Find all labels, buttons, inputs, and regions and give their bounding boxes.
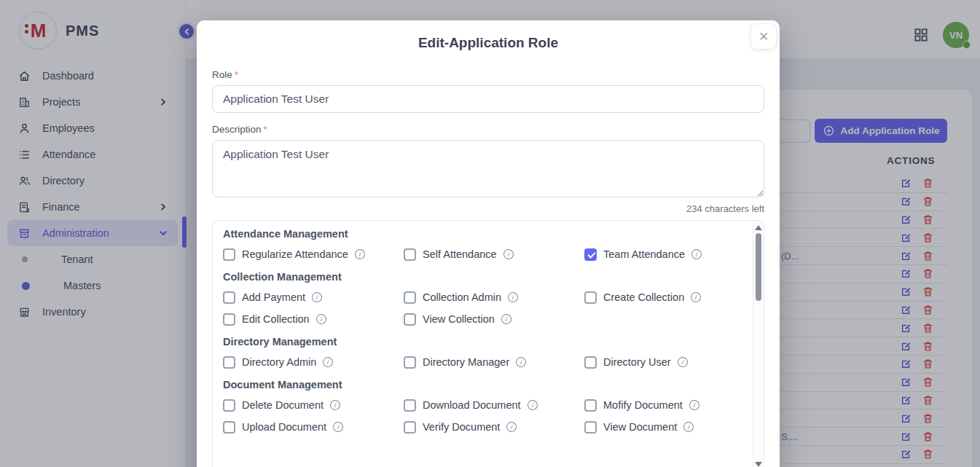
permission-item: Self Attendancei	[404, 246, 584, 262]
info-icon[interactable]: i	[515, 356, 528, 369]
characters-left-counter: 234 characters left	[212, 203, 764, 214]
info-icon[interactable]: i	[691, 248, 703, 261]
permission-checkbox[interactable]	[404, 421, 416, 433]
permission-checkbox[interactable]	[584, 356, 597, 369]
permission-checkbox[interactable]	[404, 313, 416, 326]
permission-item: Regularize Attendancei	[223, 246, 404, 262]
required-asterisk: *	[235, 69, 238, 80]
permission-item: Upload Documenti	[223, 419, 404, 435]
permission-checkbox[interactable]	[404, 291, 416, 304]
scroll-down-arrow-icon[interactable]	[755, 462, 762, 467]
info-icon[interactable]: i	[506, 421, 518, 433]
permission-label: View Document	[603, 421, 677, 433]
permission-label: Directory User	[603, 356, 671, 368]
permission-label: Regularize Attendance	[242, 248, 348, 260]
permission-grid: Add PaymentiCollection AdminiCreate Coll…	[223, 289, 742, 327]
permission-label: Mofify Document	[603, 399, 683, 411]
info-icon[interactable]: i	[502, 248, 514, 261]
permission-label: Self Attendance	[423, 248, 497, 260]
permission-section-title: Document Management	[223, 379, 742, 391]
permission-grid: Directory AdminiDirectory ManageriDirect…	[223, 354, 742, 370]
permissions-panel: Attendance ManagementRegularize Attendan…	[212, 220, 764, 467]
permission-checkbox[interactable]	[223, 421, 235, 433]
permission-label: Add Payment	[242, 291, 305, 303]
permission-grid: Delete DocumentiDownload DocumentiMofify…	[223, 397, 742, 435]
permission-label: Verify Document	[423, 421, 500, 433]
info-icon[interactable]: i	[322, 356, 334, 369]
permission-label: Directory Manager	[423, 356, 509, 368]
permission-checkbox[interactable]	[404, 248, 416, 261]
info-icon[interactable]: i	[683, 421, 695, 433]
info-icon[interactable]: i	[688, 399, 700, 412]
permission-item: Edit Collectioni	[223, 311, 404, 327]
screen: M PMS DashboardProjectsEmployeesAttendan…	[0, 0, 980, 467]
info-icon[interactable]: i	[311, 291, 324, 304]
close-modal-button[interactable]: ✕	[751, 24, 776, 49]
permission-section-title: Attendance Management	[223, 228, 742, 240]
permission-grid: Regularize AttendanceiSelf AttendanceiTe…	[223, 246, 742, 262]
permission-label: Directory Admin	[242, 356, 316, 368]
permission-label: View Collection	[423, 313, 495, 325]
permission-item: Create Collectioni	[584, 289, 764, 305]
info-icon[interactable]: i	[690, 291, 702, 304]
info-icon[interactable]: i	[507, 291, 520, 304]
required-asterisk: *	[264, 124, 267, 135]
permission-checkbox[interactable]	[584, 248, 597, 261]
permission-item: Team Attendancei	[584, 246, 764, 262]
permission-checkbox[interactable]	[223, 248, 235, 261]
permission-item: Verify Documenti	[404, 419, 584, 435]
permission-label: Edit Collection	[242, 313, 310, 325]
info-icon[interactable]: i	[329, 399, 342, 412]
permission-item: Directory Manageri	[404, 354, 584, 370]
modal-title: Edit-Application Role	[212, 35, 764, 51]
info-icon[interactable]: i	[315, 313, 327, 326]
permission-sections: Attendance ManagementRegularize Attendan…	[223, 228, 742, 435]
permission-checkbox[interactable]	[223, 356, 235, 369]
permissions-scrollbar[interactable]	[753, 221, 763, 467]
role-label: Role*	[212, 69, 764, 80]
permission-checkbox[interactable]	[404, 399, 416, 412]
scroll-up-arrow-icon[interactable]	[755, 225, 762, 230]
permission-checkbox[interactable]	[223, 291, 235, 304]
info-icon[interactable]: i	[501, 313, 513, 326]
info-icon[interactable]: i	[354, 248, 366, 261]
permission-item: Mofify Documenti	[584, 397, 764, 413]
permission-label: Collection Admin	[423, 291, 501, 303]
permission-item: Delete Documenti	[223, 397, 404, 413]
description-label: Description*	[212, 124, 764, 135]
role-input[interactable]	[212, 85, 764, 113]
info-icon[interactable]: i	[676, 356, 689, 369]
description-textarea[interactable]: Application Test User	[212, 140, 764, 197]
permission-checkbox[interactable]	[584, 399, 597, 412]
permission-item: Collection Admini	[404, 289, 584, 305]
permission-label: Delete Document	[242, 399, 324, 411]
permission-item: Directory Admini	[223, 354, 404, 370]
permission-label: Team Attendance	[603, 248, 685, 260]
permission-item: Download Documenti	[404, 397, 584, 413]
permission-item: Add Paymenti	[223, 289, 404, 305]
permission-label: Upload Document	[242, 421, 326, 433]
permission-checkbox[interactable]	[404, 356, 416, 369]
info-icon[interactable]: i	[526, 399, 538, 412]
scrollbar-thumb[interactable]	[756, 233, 761, 301]
permission-checkbox[interactable]	[584, 421, 597, 433]
permission-label: Create Collection	[603, 291, 684, 303]
permission-section-title: Directory Management	[223, 336, 742, 348]
permission-item: View Documenti	[584, 419, 764, 435]
info-icon[interactable]: i	[332, 421, 345, 433]
permission-checkbox[interactable]	[223, 313, 235, 326]
permission-label: Download Document	[423, 399, 521, 411]
permission-checkbox[interactable]	[584, 291, 597, 304]
permission-section-title: Collection Management	[223, 271, 742, 283]
permission-item: Directory Useri	[584, 354, 764, 370]
permission-item: View Collectioni	[404, 311, 584, 327]
permission-checkbox[interactable]	[223, 399, 235, 412]
edit-application-role-modal: ✕ Edit-Application Role Role* Descriptio…	[197, 20, 780, 467]
